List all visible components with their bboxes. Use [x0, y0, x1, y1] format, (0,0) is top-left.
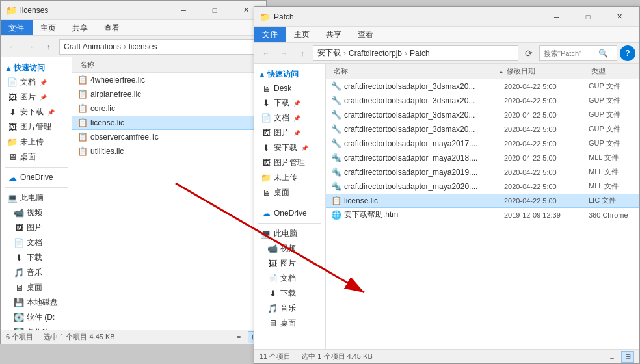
sidebar-item-software-left[interactable]: 💽 软件 (D:: [1, 310, 72, 325]
file-item-3-left[interactable]: 📋 license.lic: [72, 116, 266, 130]
sidebar-item-pic-right[interactable]: 🖼 图片 📌: [254, 125, 325, 140]
col-name-header-left[interactable]: 名称: [77, 60, 255, 70]
back-button-left[interactable]: ←: [5, 39, 20, 55]
sidebar-item-cdesktop-right[interactable]: 🖥 桌面: [254, 316, 325, 331]
refresh-button-right[interactable]: ⟳: [521, 46, 537, 61]
up-button-right[interactable]: ↑: [295, 46, 310, 61]
sidebar-item-dl-right[interactable]: ⬇ 下载 📌: [254, 96, 325, 110]
sidebar-item-cpic-left[interactable]: 🖼 图片: [1, 220, 72, 235]
file-item-4-right[interactable]: 🔧 craftdirectortoolsadaptor_maya2017....…: [326, 136, 639, 151]
quick-access-header-right[interactable]: ▲ 快速访问: [254, 66, 325, 81]
sidebar-item-unuploaded-right[interactable]: 📁 未上传: [254, 170, 325, 185]
pin-icon-left-0: 📌: [40, 79, 47, 86]
sidebar-item-cdl-right[interactable]: ⬇ 下载: [254, 286, 325, 301]
file-date-7-right: 2020-04-22 5:00: [504, 183, 589, 190]
address-bar-right[interactable]: 安下载 › Craftdirectorpjb › Patch: [313, 46, 518, 61]
search-input-right[interactable]: [544, 49, 596, 57]
crumb-part-1-right[interactable]: 安下载: [317, 47, 341, 58]
crumb-part-3-right[interactable]: Patch: [410, 49, 430, 58]
cvideo-icon-right: 📹: [267, 244, 278, 254]
desktop-label-right: 桌面: [274, 187, 289, 198]
sidebar-item-cpic-right[interactable]: 🖼 图片: [254, 256, 325, 271]
maximize-button-left[interactable]: □: [200, 1, 230, 20]
file-date-3-right: 2020-04-22 5:00: [504, 125, 589, 133]
file-name-2-left: core.lic: [90, 104, 261, 113]
file-item-6-right[interactable]: 🔩 craftdirectortoolsadaptor_maya2019....…: [326, 165, 639, 179]
col-date-header-right[interactable]: 修改日期: [504, 66, 589, 76]
sidebar-item-desktop-left[interactable]: 🖥 桌面: [1, 150, 72, 164]
sidebar-item-desktop-right[interactable]: 🖥 桌面: [254, 185, 325, 200]
tab-file-left[interactable]: 文件: [1, 20, 33, 35]
sidebar-item-dl2-right[interactable]: ⬇ 安下载 📌: [254, 140, 325, 155]
col-type-header-right[interactable]: 类型: [589, 66, 634, 76]
quick-access-header-left[interactable]: ▲ 快速访问: [1, 60, 72, 75]
address-bar-left[interactable]: Craft Animations › licenses: [59, 39, 262, 55]
file-item-0-right[interactable]: 🔧 craftdirectortoolsadaptor_3dsmax20... …: [326, 79, 639, 94]
onedrive-icon-left: ☁: [7, 172, 18, 183]
list-view-btn-right[interactable]: ⊞: [621, 351, 634, 363]
sidebar-item-pic-left[interactable]: 🖼 图片 📌: [1, 90, 72, 105]
sidebar-item-cdoc-right[interactable]: 📄 文档: [254, 271, 325, 286]
sidebar-item-cvideo-right[interactable]: 📹 视频: [254, 241, 325, 256]
minimize-button-right[interactable]: ─: [542, 7, 572, 27]
sidebar-item-picmgr-left[interactable]: 🖼 图片管理: [1, 120, 72, 135]
tab-share-right[interactable]: 共享: [318, 27, 350, 42]
file-item-9-right[interactable]: 🌐 安下载帮助.htm 2019-12-09 12:39 360 Chrome: [326, 208, 639, 222]
maximize-button-right[interactable]: □: [573, 7, 603, 27]
sidebar-item-cdoc-left[interactable]: 📄 文档: [1, 235, 72, 250]
file-item-7-right[interactable]: 🔩 craftdirectortoolsadaptor_maya2020....…: [326, 179, 639, 194]
sidebar-item-cdl-left[interactable]: ⬇ 下载: [1, 250, 72, 265]
file-item-8-right[interactable]: 📋 license.lic 2020-04-22 5:00 LIC 文件: [326, 194, 639, 208]
tab-view-right[interactable]: 查看: [350, 27, 382, 42]
tab-file-right[interactable]: 文件: [254, 27, 286, 42]
file-item-2-left[interactable]: 📋 core.lic: [72, 101, 266, 116]
forward-button-right[interactable]: →: [276, 46, 292, 61]
file-item-0-left[interactable]: 📋 4wheelerfree.lic: [72, 73, 266, 87]
sidebar-item-drive-left[interactable]: 💾 本地磁盘: [1, 295, 72, 310]
details-view-btn-left[interactable]: ≡: [232, 332, 245, 343]
file-item-5-right[interactable]: 🔩 craftdirectortoolsadaptor_maya2018....…: [326, 151, 639, 165]
sidebar-item-dl-left[interactable]: ⬇ 安下载 📌: [1, 105, 72, 120]
sidebar-item-onedrive-right[interactable]: ☁ OneDrive: [254, 206, 325, 220]
sidebar-item-video-left[interactable]: 📹 视频: [1, 205, 72, 220]
help-button-right[interactable]: ?: [620, 46, 635, 61]
file-list-header-left: 名称 ▲: [72, 57, 266, 73]
doc-label-right: 文档: [274, 112, 289, 124]
crumb-part-1-left[interactable]: Craft Animations: [64, 42, 121, 51]
sidebar-item-cmusic-right[interactable]: 🎵 音乐: [254, 301, 325, 316]
file-item-5-left[interactable]: 📋 utilities.lic: [72, 144, 266, 159]
back-button-right[interactable]: ←: [258, 46, 274, 61]
file-item-3-right[interactable]: 🔧 craftdirectortoolsadaptor_3dsmax20... …: [326, 122, 639, 136]
tab-share-left[interactable]: 共享: [64, 20, 96, 35]
forward-button-left[interactable]: →: [23, 39, 38, 55]
file-type-0-right: GUP 文件: [589, 81, 634, 91]
up-button-left[interactable]: ↑: [41, 39, 57, 55]
tab-home-right[interactable]: 主页: [286, 27, 318, 42]
file-item-4-left[interactable]: 📋 observercamfree.lic: [72, 130, 266, 144]
sidebar-item-computer-left[interactable]: 💻 此电脑: [1, 190, 72, 205]
sidebar-item-doc-right[interactable]: 📄 文档 📌: [254, 110, 325, 125]
file-name-4-right: craftdirectortoolsadaptor_maya2017....: [344, 139, 504, 148]
file-item-2-right[interactable]: 🔧 craftdirectortoolsadaptor_3dsmax20... …: [326, 108, 639, 122]
sidebar-item-cdesktop-left[interactable]: 🖥 桌面: [1, 280, 72, 295]
file-item-1-right[interactable]: 🔧 craftdirectortoolsadaptor_3dsmax20... …: [326, 94, 639, 108]
sidebar-item-cmusic-left[interactable]: 🎵 音乐: [1, 265, 72, 280]
sidebar-item-backup-left[interactable]: 💽 备份[勿: [1, 325, 72, 330]
search-box-right[interactable]: 🔍: [539, 46, 617, 61]
sidebar-item-picmgr-right[interactable]: 🖼 图片管理: [254, 155, 325, 170]
minimize-button-left[interactable]: ─: [168, 1, 198, 20]
sidebar-item-onedrive-left[interactable]: ☁ OneDrive: [1, 170, 72, 185]
tab-view-left[interactable]: 查看: [96, 20, 128, 35]
file-item-1-left[interactable]: 📋 airplanefree.lic: [72, 87, 266, 101]
details-view-btn-right[interactable]: ≡: [606, 351, 619, 363]
cmusic-icon-right: 🎵: [267, 304, 278, 314]
col-name-header-right[interactable]: 名称: [331, 66, 498, 76]
sidebar-item-desk-right[interactable]: 🖥 Desk: [254, 81, 325, 96]
crumb-part-2-right[interactable]: Craftdirectorpjb: [349, 49, 402, 58]
sidebar-item-unuploaded-left[interactable]: 📁 未上传: [1, 135, 72, 150]
close-button-right[interactable]: ✕: [604, 7, 634, 27]
sidebar-item-doc-left[interactable]: 📄 文档 📌: [1, 75, 72, 90]
sidebar-item-computer-right[interactable]: 💻 此电脑: [254, 226, 325, 241]
crumb-part-2-left[interactable]: licenses: [129, 42, 157, 51]
tab-home-left[interactable]: 主页: [33, 20, 64, 35]
